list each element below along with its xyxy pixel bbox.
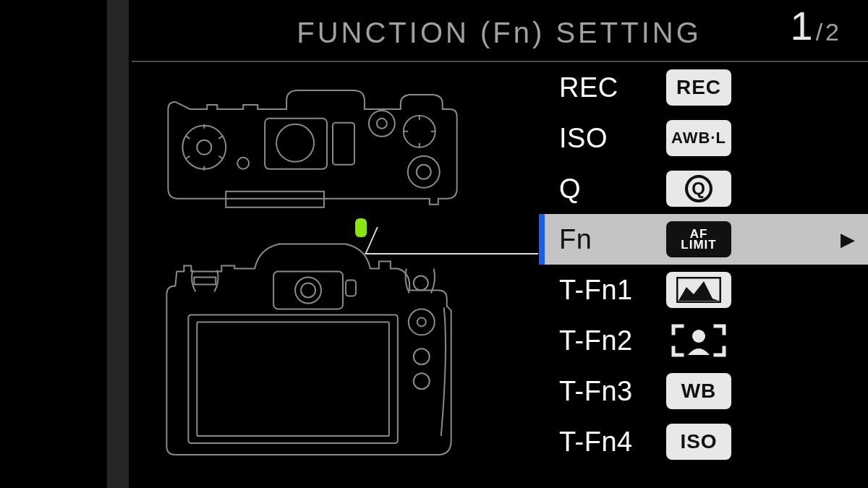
svg-rect-22 <box>197 322 389 436</box>
svg-point-9 <box>408 156 440 188</box>
menu-label: T-Fn3 <box>559 376 653 407</box>
menu-item-rec[interactable]: REC REC <box>539 62 868 113</box>
fn-menu: REC REC ISO AWB·L Q Q Fn AF LIMIT ▶ T-Fn… <box>539 62 868 488</box>
histogram-icon <box>666 272 731 308</box>
page-current: 1 <box>790 6 812 46</box>
page-sep: / <box>816 18 822 46</box>
svg-point-12 <box>295 277 321 303</box>
menu-item-iso[interactable]: ISO AWB·L <box>539 113 868 163</box>
menu-label: T-Fn1 <box>559 275 653 306</box>
svg-point-2 <box>237 158 249 169</box>
svg-point-7 <box>377 119 387 129</box>
menu-label: REC <box>559 72 653 103</box>
fn-button-highlight <box>355 218 367 237</box>
q-icon: Q <box>685 175 712 202</box>
svg-point-1 <box>197 140 211 155</box>
svg-point-17 <box>409 309 435 335</box>
menu-item-fn[interactable]: Fn AF LIMIT ▶ <box>539 214 868 265</box>
page-total: 2 <box>825 18 839 46</box>
svg-point-20 <box>414 373 430 389</box>
pager: 1 / 2 <box>790 6 839 46</box>
svg-point-19 <box>414 348 430 364</box>
menu-item-tfn1[interactable]: T-Fn1 <box>539 265 868 315</box>
svg-point-0 <box>182 126 226 169</box>
header: FUNCTION (Fn) SETTING <box>130 7 868 58</box>
svg-point-4 <box>276 124 314 162</box>
side-strip <box>107 0 129 488</box>
menu-label: Q <box>559 174 653 205</box>
svg-rect-14 <box>346 280 356 296</box>
svg-point-24 <box>692 330 705 343</box>
menu-label: T-Fn4 <box>559 427 653 458</box>
menu-item-tfn4[interactable]: T-Fn4 ISO <box>539 416 868 467</box>
menu-label: T-Fn2 <box>559 325 653 356</box>
awb-lock-badge: AWB·L <box>666 120 731 156</box>
menu-item-tfn3[interactable]: T-Fn3 WB <box>539 366 868 416</box>
svg-rect-15 <box>194 277 216 284</box>
camera-diagram <box>132 62 533 488</box>
svg-rect-21 <box>188 314 398 443</box>
svg-rect-5 <box>333 123 354 165</box>
menu-item-q[interactable]: Q Q <box>539 163 868 214</box>
svg-point-18 <box>417 317 426 326</box>
svg-point-10 <box>417 165 431 179</box>
svg-point-16 <box>414 275 428 290</box>
svg-point-8 <box>404 116 435 147</box>
menu-label: ISO <box>559 123 653 154</box>
iso-badge: ISO <box>666 424 731 460</box>
badge-line2: LIMIT <box>681 239 716 250</box>
menu-item-tfn2[interactable]: T-Fn2 <box>539 315 868 366</box>
menu-label: Fn <box>559 224 653 255</box>
chevron-right-icon: ▶ <box>841 228 855 251</box>
face-detect-icon <box>666 322 731 359</box>
page-title: FUNCTION (Fn) SETTING <box>130 17 868 49</box>
svg-point-13 <box>301 283 315 297</box>
svg-point-6 <box>369 111 395 137</box>
leader-line <box>366 253 538 254</box>
wb-badge: WB <box>666 373 731 409</box>
af-limit-badge: AF LIMIT <box>666 221 731 257</box>
q-badge: Q <box>666 171 731 207</box>
rec-badge: REC <box>666 69 731 106</box>
